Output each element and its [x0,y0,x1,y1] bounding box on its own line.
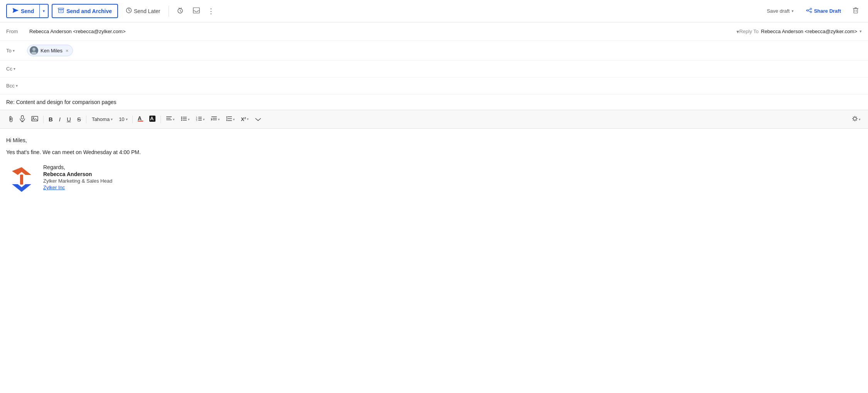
recipient-ken-miles[interactable]: Ken Miles × [27,45,73,56]
attachment-icon [7,115,14,123]
svg-line-64 [853,120,854,121]
line-spacing-chevron-icon: ▾ [233,118,235,121]
send-later-icon [126,7,132,15]
attachment-button[interactable] [5,113,16,125]
superscript-icon: X2 [241,116,246,122]
bold-button[interactable]: B [46,114,56,124]
save-draft-button[interactable]: Save draft ▾ [763,6,797,16]
svg-line-7 [179,8,180,8]
reminder-button[interactable] [173,5,187,17]
indent-chevron-icon: ▾ [218,118,220,121]
bcc-label[interactable]: Bcc ▾ [6,83,25,89]
send-chevron-icon: ▾ [43,9,45,13]
svg-rect-16 [854,8,858,13]
svg-text:A: A [150,116,154,121]
inbox-button[interactable] [189,5,204,17]
svg-line-8 [181,8,182,8]
line-spacing-icon [226,116,232,123]
svg-line-63 [856,117,857,118]
font-color-button[interactable]: A [135,114,146,125]
sig-regards: Regards, [43,164,112,170]
from-dropdown-icon[interactable]: ▾ [736,29,739,35]
svg-point-40 [181,120,182,121]
to-row: To ▾ Ken Miles × [0,41,868,60]
font-size-chevron-icon: ▾ [126,117,128,121]
bullet-list-chevron-icon: ▾ [188,118,190,121]
bullet-list-icon [181,116,187,123]
strikethrough-icon: S [77,116,81,123]
more-formatting-icon [255,116,261,123]
save-draft-label: Save draft [767,8,790,14]
align-button[interactable]: ▾ [163,114,177,124]
ordered-list-chevron-icon: ▾ [203,118,205,121]
cc-row: Cc ▾ [0,60,868,77]
theme-chevron-icon: ▾ [859,118,861,121]
from-value: Rebecca Anderson <rebecca@zylker.com> [29,29,735,34]
to-label[interactable]: To ▾ [6,48,25,54]
fmt-sep-3 [132,116,133,123]
highlight-button[interactable]: A [147,114,158,125]
svg-point-30 [33,118,34,119]
signature-text: Regards, Rebecca Anderson Zylker Marketi… [43,164,112,190]
reply-to-value: Rebecca Anderson <rebecca@zylker.com> [761,29,858,34]
italic-button[interactable]: I [56,114,63,124]
ordered-list-icon: 1. 2. 3. [196,116,202,123]
sig-company-link[interactable]: Zylker Inc [43,185,112,190]
underline-icon: U [67,116,71,123]
from-row: From Rebecca Anderson <rebecca@zylker.co… [0,22,868,41]
bold-icon: B [49,116,53,123]
send-button[interactable]: Send [7,5,40,17]
indent-button[interactable]: ▾ [208,114,223,124]
send-button-group: Send ▾ [6,4,49,18]
share-draft-button[interactable]: Share Draft [801,5,846,17]
image-button[interactable] [29,114,41,125]
delete-button[interactable] [849,5,862,17]
strikethrough-button[interactable]: S [74,114,84,124]
microphone-button[interactable] [17,113,28,125]
cc-label[interactable]: Cc ▾ [6,66,25,72]
body-content: Yes that’s fine. We can meet on Wednesda… [6,148,862,156]
svg-point-12 [810,11,812,13]
share-draft-icon [806,7,812,15]
underline-button[interactable]: U [64,114,74,124]
svg-point-11 [810,8,812,10]
svg-point-24 [32,48,35,51]
send-dropdown-button[interactable]: ▾ [40,5,48,17]
recipient-avatar-image [30,46,38,55]
share-draft-label: Share Draft [814,8,841,14]
font-size-select[interactable]: 10 ▾ [117,115,130,124]
reply-to-chevron-icon[interactable]: ▾ [860,29,862,34]
bcc-row: Bcc ▾ [0,77,868,94]
email-body: Hi Miles, Yes that’s fine. We can meet o… [0,129,868,203]
font-family-value: Tahoma [92,116,110,122]
send-later-label: Send Later [134,8,160,14]
send-archive-label: Send and Archive [66,8,112,14]
to-label-text: To [6,48,12,54]
bullet-list-button[interactable]: ▾ [178,114,193,124]
superscript-button[interactable]: X2 ▾ [238,114,252,124]
trash-icon [853,7,859,15]
svg-point-15 [806,10,807,11]
zylker-logo [6,164,37,195]
svg-line-14 [808,11,810,12]
separator-1 [169,6,169,17]
more-options-button[interactable]: ⋮ [205,5,217,17]
svg-rect-65 [20,175,23,185]
inbox-icon [193,7,200,15]
theme-button[interactable]: ▾ [849,114,863,125]
font-family-select[interactable]: Tahoma ▾ [89,115,116,124]
svg-line-13 [808,9,810,10]
recipient-avatar [30,46,38,55]
svg-rect-26 [21,116,24,119]
svg-line-62 [856,120,857,121]
indent-icon [211,116,217,123]
more-formatting-button[interactable] [252,114,264,124]
send-later-button[interactable]: Send Later [121,4,165,18]
align-icon [166,116,172,123]
send-icon [12,8,19,14]
ordered-list-button[interactable]: 1. 2. 3. ▾ [193,114,208,124]
send-archive-button[interactable]: Send and Archive [52,4,118,18]
recipient-remove-button[interactable]: × [66,48,69,54]
reply-to-section: Reply To Rebecca Anderson <rebecca@zylke… [739,29,862,34]
line-spacing-button[interactable]: ▾ [223,114,238,124]
